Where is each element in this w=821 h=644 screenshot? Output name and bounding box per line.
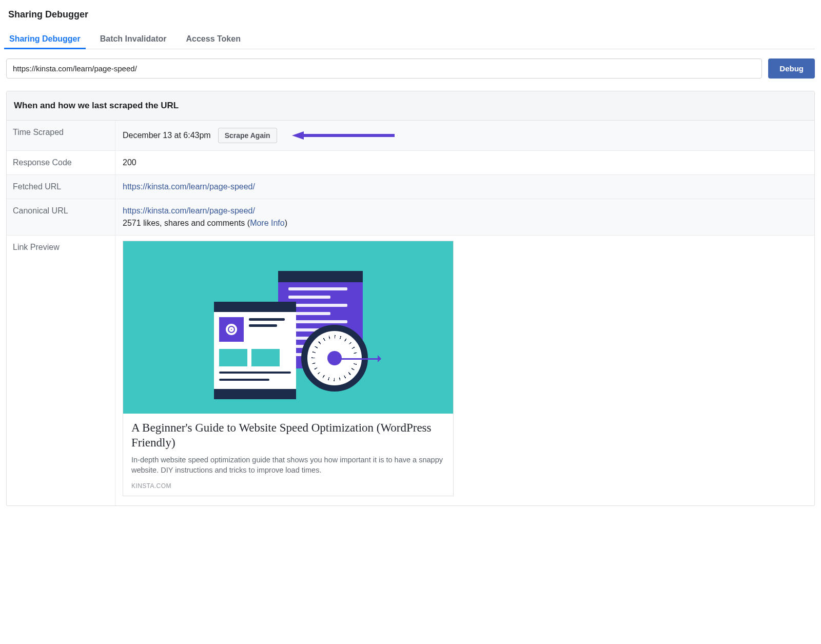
preview-description: In-depth website speed optimization guid… xyxy=(131,455,445,475)
row-response-code: Response Code 200 xyxy=(7,151,814,175)
scrape-panel: When and how we last scraped the URL Tim… xyxy=(6,91,815,506)
preview-image xyxy=(123,241,453,414)
preview-domain: KINSTA.COM xyxy=(131,482,445,490)
tab-batch-invalidator[interactable]: Batch Invalidator xyxy=(99,29,168,49)
row-label-response-code: Response Code xyxy=(7,151,115,174)
svg-marker-1 xyxy=(292,131,304,140)
row-value-response-code: 200 xyxy=(115,151,814,174)
gear-icon xyxy=(219,317,244,342)
row-label-fetched-url: Fetched URL xyxy=(7,175,115,199)
canonical-stats: 2571 likes, shares and comments (More In… xyxy=(123,219,287,228)
canonical-stats-text: 2571 likes, shares and comments ( xyxy=(123,219,250,227)
svg-point-3 xyxy=(230,328,233,331)
row-value-canonical-url: https://kinsta.com/learn/page-speed/ 257… xyxy=(115,199,814,235)
tab-access-token[interactable]: Access Token xyxy=(185,29,242,49)
svg-point-2 xyxy=(227,325,236,334)
row-time-scraped: Time Scraped December 13 at 6:43pm Scrap… xyxy=(7,121,814,151)
tabs-bar: Sharing Debugger Batch Invalidator Acces… xyxy=(6,29,815,49)
url-input[interactable] xyxy=(6,58,762,79)
row-canonical-url: Canonical URL https://kinsta.com/learn/p… xyxy=(7,199,814,236)
input-row: Debug xyxy=(6,58,815,79)
preview-card[interactable]: A Beginner's Guide to Website Speed Opti… xyxy=(123,241,454,496)
more-info-link[interactable]: More Info xyxy=(250,219,285,227)
tab-sharing-debugger[interactable]: Sharing Debugger xyxy=(8,29,82,49)
time-scraped-text: December 13 at 6:43pm xyxy=(123,131,211,140)
preview-title: A Beginner's Guide to Website Speed Opti… xyxy=(131,421,445,451)
row-value-fetched-url: https://kinsta.com/learn/page-speed/ xyxy=(115,175,814,199)
row-value-time-scraped: December 13 at 6:43pm Scrape Again xyxy=(115,121,814,150)
row-label-canonical-url: Canonical URL xyxy=(7,199,115,235)
canonical-stats-close: ) xyxy=(285,219,287,227)
row-label-link-preview: Link Preview xyxy=(7,236,115,505)
debug-button[interactable]: Debug xyxy=(768,58,815,79)
link-preview-value: A Beginner's Guide to Website Speed Opti… xyxy=(115,236,461,505)
fetched-url-link[interactable]: https://kinsta.com/learn/page-speed/ xyxy=(123,182,255,191)
scrape-again-button[interactable]: Scrape Again xyxy=(218,128,277,143)
row-label-time-scraped: Time Scraped xyxy=(7,121,115,150)
annotation-arrow-icon xyxy=(289,131,397,140)
response-code-text: 200 xyxy=(123,158,136,167)
panel-header: When and how we last scraped the URL xyxy=(7,91,814,121)
page-window-icon xyxy=(214,302,296,399)
preview-card-body: A Beginner's Guide to Website Speed Opti… xyxy=(123,414,453,496)
gauge-icon xyxy=(301,325,368,392)
preview-illustration xyxy=(196,256,381,399)
row-fetched-url: Fetched URL https://kinsta.com/learn/pag… xyxy=(7,175,814,199)
page-title: Sharing Debugger xyxy=(6,6,815,29)
canonical-url-link[interactable]: https://kinsta.com/learn/page-speed/ xyxy=(123,206,255,216)
row-link-preview: Link Preview xyxy=(7,236,814,505)
